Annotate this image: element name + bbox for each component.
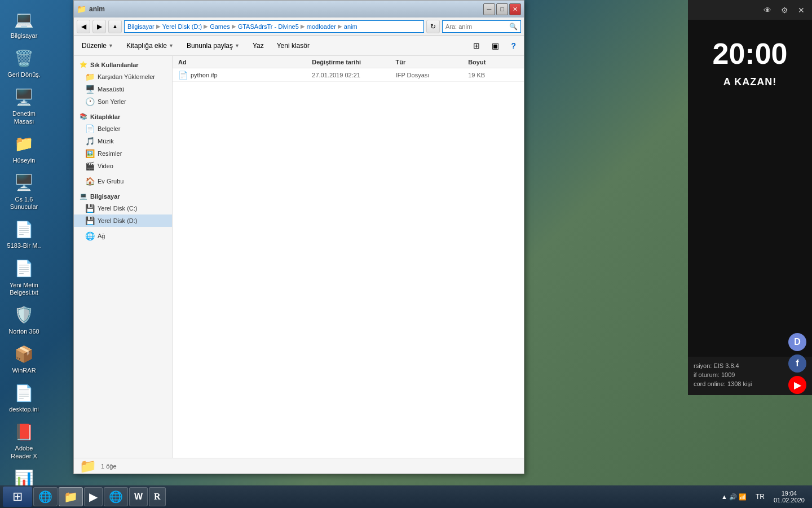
table-row[interactable]: 📄 python.ifp 27.01.2019 02:21 IFP Dosyas… bbox=[173, 68, 524, 82]
youtube-button[interactable]: ▶ bbox=[788, 376, 806, 394]
taskbar-app-word[interactable]: W bbox=[129, 487, 148, 506]
paylas-arrow: ▼ bbox=[235, 43, 240, 49]
desktop-icon-5183[interactable]: 📄 5183-Bir M.. bbox=[3, 216, 45, 252]
preview-pane-button[interactable]: ▣ bbox=[487, 38, 504, 54]
taskbar-app-explorer[interactable]: 📁 bbox=[59, 487, 83, 506]
desktop-icon-desktop-ini[interactable]: 📄 desktop.ini bbox=[3, 379, 45, 415]
duzenle-arrow: ▼ bbox=[108, 43, 113, 49]
address-bar: ◀ ▶ ▲ Bilgisayar ▶ Yerel Disk (D:) ▶ Gam… bbox=[74, 17, 524, 36]
file-date-cell: 27.01.2019 02:21 bbox=[312, 72, 395, 78]
desktop-icon-area: 💻 Bilgisayar 🗑️ Geri Dönüş. 🖥️ Denetim M… bbox=[0, 0, 73, 485]
kitapliga-ekle-button[interactable]: Kitaplığa ekle ▼ bbox=[121, 38, 179, 54]
refresh-button[interactable]: ↻ bbox=[426, 20, 440, 33]
minimize-button[interactable]: ─ bbox=[483, 3, 495, 15]
maximize-button[interactable]: □ bbox=[496, 3, 508, 15]
title-bar-folder-icon: 📁 bbox=[77, 5, 86, 14]
yeni-klasor-button[interactable]: Yeni klasör bbox=[272, 38, 315, 54]
widget-eye-button[interactable]: 👁 bbox=[761, 4, 774, 16]
sidebar-item-ev-grubu[interactable]: 🏠 Ev Grubu bbox=[74, 175, 172, 187]
sidebar: ⭐ Sık Kullanılanlar 📁 Karşıdan Yüklemele… bbox=[74, 56, 173, 458]
sidebar-item-muzik[interactable]: 🎵 Müzik bbox=[74, 135, 172, 147]
right-widget: 👁 ⚙ ✕ 20:00 A KAZAN! rsiyon: EIS 3.8.4 i… bbox=[688, 0, 812, 395]
kitapliga-arrow: ▼ bbox=[169, 43, 174, 49]
title-bar-buttons: ─ □ ✕ bbox=[483, 3, 521, 15]
column-size[interactable]: Boyut bbox=[468, 59, 524, 65]
sidebar-item-ag[interactable]: 🌐 Ağ bbox=[74, 230, 172, 242]
breadcrumb[interactable]: Bilgisayar ▶ Yerel Disk (D:) ▶ Games ▶ G… bbox=[124, 20, 424, 33]
search-input[interactable] bbox=[445, 23, 508, 30]
desktop-icon-winrar[interactable]: 📦 WinRAR bbox=[3, 340, 45, 376]
desktop-icon-yeni-metin[interactable]: 📄 Yeni Metin Belgesi.txt bbox=[3, 255, 45, 299]
desktop-icon-huseyin[interactable]: 📁 Hüseyin bbox=[3, 130, 45, 167]
breadcrumb-bilgisayar[interactable]: Bilgisayar bbox=[127, 23, 155, 30]
5183-label: 5183-Bir M.. bbox=[7, 242, 41, 249]
toolbar: Düzenle ▼ Kitaplığa ekle ▼ Bununla payla… bbox=[74, 36, 524, 56]
widget-close-button[interactable]: ✕ bbox=[795, 4, 807, 16]
breadcrumb-gtasa[interactable]: GTASAdrsTr - Divine5 bbox=[238, 23, 299, 30]
close-button[interactable]: ✕ bbox=[509, 3, 521, 15]
desktop-icon-adobe[interactable]: 📕 Adobe Reader X bbox=[3, 418, 45, 462]
file-icon: 📄 bbox=[178, 71, 188, 80]
breadcrumb-games[interactable]: Games bbox=[210, 23, 230, 30]
sidebar-item-yerel-d[interactable]: 💾 Yerel Disk (D:) bbox=[74, 214, 172, 227]
sidebar-item-masaustu[interactable]: 🖥️ Masaüstü bbox=[74, 83, 172, 95]
start-button[interactable]: ⊞ bbox=[3, 487, 32, 507]
desktop-icon-cs[interactable]: 🖥️ Cs 1.6 Sunucular bbox=[3, 169, 45, 213]
yaz-button[interactable]: Yaz bbox=[248, 38, 269, 54]
desktop-ini-label: desktop.ini bbox=[9, 406, 39, 413]
view-options-button[interactable]: ⊞ bbox=[468, 38, 485, 54]
facebook-button[interactable]: f bbox=[788, 354, 806, 373]
bilgisayar-sidebar-icon: 💻 bbox=[80, 192, 87, 200]
language-indicator[interactable]: TR bbox=[752, 493, 768, 501]
taskbar-app-chrome[interactable]: 🌐 bbox=[104, 487, 128, 506]
sidebar-item-yerel-c[interactable]: 💾 Yerel Disk (C:) bbox=[74, 202, 172, 214]
breadcrumb-anim[interactable]: anim bbox=[344, 23, 358, 30]
breadcrumb-yerel-disk-d[interactable]: Yerel Disk (D:) bbox=[162, 23, 202, 30]
sidebar-item-karsidar[interactable]: 📁 Karşıdan Yüklemeler bbox=[74, 71, 172, 83]
discord-button[interactable]: D bbox=[788, 333, 806, 351]
widget-gear-button[interactable]: ⚙ bbox=[778, 4, 791, 16]
column-type[interactable]: Tür bbox=[396, 59, 469, 65]
search-box[interactable]: 🔍 bbox=[442, 20, 521, 33]
bilgisayar-label: Bilgisayar bbox=[11, 32, 38, 40]
sidebar-item-resimler[interactable]: 🖼️ Resimler bbox=[74, 147, 172, 160]
taskbar-app-r[interactable]: R bbox=[149, 487, 166, 506]
resimler-icon: 🖼️ bbox=[85, 149, 95, 158]
yeni-metin-label: Yeni Metin Belgesi.txt bbox=[5, 282, 43, 296]
file-type-cell: IFP Dosyası bbox=[396, 72, 469, 78]
back-button[interactable]: ◀ bbox=[77, 20, 90, 33]
content-area: ⭐ Sık Kullanılanlar 📁 Karşıdan Yüklemele… bbox=[74, 56, 524, 458]
taskbar-clock[interactable]: 19:04 01.02.2020 bbox=[769, 490, 809, 503]
column-name[interactable]: Ad bbox=[173, 59, 312, 65]
desktop-icon-norton[interactable]: 🛡️ Norton 360 bbox=[3, 301, 45, 338]
sidebar-item-belgeler[interactable]: 📄 Belgeler bbox=[74, 122, 172, 135]
desktop-icon-denetim[interactable]: 🖥️ Denetim Masası bbox=[3, 84, 45, 127]
title-bar-left: 📁 anim bbox=[77, 5, 105, 14]
winrar-icon: 📦 bbox=[13, 343, 36, 365]
sidebar-section-ag: 🌐 Ağ bbox=[74, 230, 172, 242]
sidebar-item-son-yerler[interactable]: 🕐 Son Yerler bbox=[74, 95, 172, 108]
sidebar-section-bilgisayar: 💻 Bilgisayar 💾 Yerel Disk (C:) 💾 Yerel D… bbox=[74, 190, 172, 227]
file-name: python.ifp bbox=[191, 72, 218, 78]
yerel-c-icon: 💾 bbox=[85, 204, 95, 213]
taskbar-app-ie[interactable]: 🌐 bbox=[33, 487, 58, 506]
status-item-count: 1 öğe bbox=[101, 463, 117, 470]
cs-label: Cs 1.6 Sunucular bbox=[5, 196, 43, 211]
sidebar-item-video[interactable]: 🎬 Video bbox=[74, 160, 172, 172]
desktop-icon-bilgisayar[interactable]: 💻 Bilgisayar bbox=[3, 6, 45, 42]
desktop-icon-geri-donusu[interactable]: 🗑️ Geri Dönüş. bbox=[3, 45, 45, 81]
bununla-paylas-button[interactable]: Bununla paylaş ▼ bbox=[182, 38, 245, 54]
adobe-icon: 📕 bbox=[13, 421, 36, 443]
duzenle-button[interactable]: Düzenle ▼ bbox=[77, 38, 118, 54]
status-bar: 📁 1 öğe bbox=[74, 458, 524, 474]
file-list: Ad Değiştirme tarihi Tür Boyut 📄 python.… bbox=[173, 56, 524, 458]
up-button[interactable]: ▲ bbox=[108, 20, 122, 33]
widget-time: 20:00 bbox=[688, 20, 812, 71]
masaustu-icon: 🖥️ bbox=[85, 85, 95, 94]
breadcrumb-modloader[interactable]: modloader bbox=[307, 23, 336, 30]
column-date[interactable]: Değiştirme tarihi bbox=[312, 59, 395, 65]
help-button[interactable]: ? bbox=[506, 38, 521, 54]
forward-button[interactable]: ▶ bbox=[92, 20, 106, 33]
winrar-label: WinRAR bbox=[12, 367, 36, 374]
taskbar-app-media[interactable]: ▶ bbox=[84, 487, 103, 506]
